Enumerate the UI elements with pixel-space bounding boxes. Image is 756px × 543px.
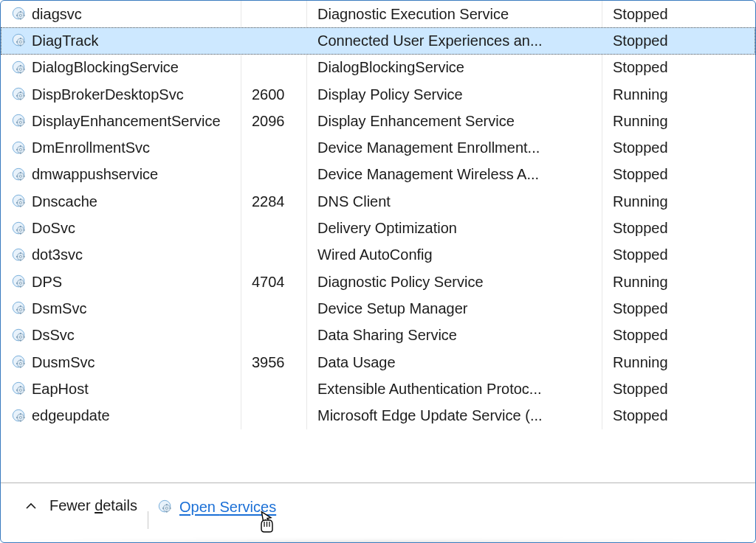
service-status: Running	[613, 113, 668, 130]
service-status: Stopped	[613, 381, 668, 398]
svg-rect-88	[16, 336, 18, 338]
service-status: Stopped	[613, 32, 668, 49]
svg-rect-107	[20, 413, 21, 415]
service-gear-icon	[10, 246, 29, 265]
svg-rect-61	[24, 229, 25, 231]
service-row[interactable]: Dnscache2284DNS ClientRunning	[1, 188, 755, 215]
open-services-link[interactable]: Open Services	[156, 497, 276, 516]
svg-rect-26	[24, 95, 25, 97]
service-name: DsSvc	[32, 327, 75, 344]
service-row[interactable]: DialogBlockingServiceDialogBlockingServi…	[1, 55, 755, 81]
service-pid: 3956	[252, 354, 285, 371]
service-row[interactable]: DusmSvc3956Data UsageRunning	[1, 349, 755, 376]
service-row[interactable]: DisplayEnhancementService2096Display Enh…	[1, 108, 755, 134]
service-description: Display Policy Service	[317, 86, 463, 103]
svg-point-90	[19, 336, 21, 338]
service-row[interactable]: DPS4704Diagnostic Policy ServiceRunning	[1, 269, 755, 295]
svg-rect-31	[20, 125, 21, 127]
service-row[interactable]: DsSvcData Sharing ServiceStopped	[1, 322, 755, 349]
svg-rect-109	[16, 417, 18, 418]
service-gear-icon	[10, 139, 29, 158]
service-name: dmwappushservice	[32, 166, 158, 183]
service-row[interactable]: dot3svcWired AutoConfigStopped	[1, 242, 755, 269]
svg-rect-65	[20, 252, 21, 254]
service-status: Running	[613, 274, 668, 291]
svg-rect-72	[20, 279, 21, 280]
service-status: Stopped	[613, 300, 668, 317]
svg-rect-93	[20, 359, 21, 361]
svg-rect-81	[16, 309, 18, 311]
service-row[interactable]: DiagTrackConnected User Experiences an..…	[1, 27, 755, 54]
svg-rect-114	[166, 504, 168, 505]
service-name: DPS	[32, 274, 62, 291]
service-name: DoSvc	[32, 220, 75, 237]
svg-rect-10	[20, 45, 21, 46]
svg-point-83	[19, 309, 21, 311]
service-description: Device Setup Manager	[317, 300, 467, 317]
svg-rect-32	[16, 122, 18, 123]
svg-rect-5	[24, 15, 25, 16]
service-status: Stopped	[613, 6, 668, 23]
service-row[interactable]: EapHostExtensible Authentication Protoc.…	[1, 376, 755, 402]
services-list[interactable]: diagsvcDiagnostic Execution ServiceStopp…	[1, 1, 755, 483]
service-status: Stopped	[613, 166, 668, 183]
svg-rect-2	[20, 11, 21, 13]
svg-rect-80	[20, 313, 21, 314]
svg-rect-87	[20, 339, 21, 341]
service-gear-icon	[10, 31, 29, 50]
svg-rect-59	[20, 232, 21, 234]
svg-rect-24	[20, 99, 21, 100]
svg-rect-23	[20, 91, 21, 93]
service-gear-icon	[10, 326, 29, 345]
svg-rect-51	[20, 198, 21, 200]
svg-rect-108	[20, 420, 21, 421]
service-name: dot3svc	[32, 246, 83, 263]
service-status: Stopped	[613, 407, 668, 424]
service-row[interactable]: DmEnrollmentSvcDevice Management Enrollm…	[1, 134, 755, 161]
svg-point-55	[19, 202, 21, 204]
service-status: Running	[613, 193, 668, 210]
svg-rect-19	[24, 69, 25, 70]
fewer-details-button[interactable]: Fewer details	[23, 497, 137, 514]
service-gear-icon	[10, 272, 29, 291]
service-description: Microsoft Edge Update Service (...	[317, 407, 543, 424]
footer-bar: Fewer details Open Services	[1, 483, 755, 542]
svg-rect-117	[170, 508, 171, 509]
service-gear-icon	[10, 85, 29, 104]
service-gear-icon	[156, 497, 175, 516]
svg-rect-4	[16, 15, 18, 16]
service-name: Dnscache	[32, 193, 97, 210]
service-row[interactable]: diagsvcDiagnostic Execution ServiceStopp…	[1, 1, 755, 27]
svg-rect-39	[16, 149, 18, 151]
svg-rect-38	[20, 152, 21, 153]
service-row[interactable]: DispBrokerDesktopSvc2600Display Policy S…	[1, 81, 755, 108]
svg-rect-16	[20, 65, 21, 66]
service-gear-icon	[10, 219, 29, 238]
service-name: DsmSvc	[32, 300, 86, 317]
task-manager-services-window: diagsvcDiagnostic Execution ServiceStopp…	[1, 1, 755, 542]
svg-rect-40	[24, 149, 25, 151]
svg-rect-66	[20, 259, 21, 260]
open-services-label: Open Services	[179, 499, 276, 516]
service-name: DisplayEnhancementService	[32, 113, 221, 130]
svg-point-97	[19, 362, 21, 364]
service-description: Extensible Authentication Protoc...	[317, 381, 542, 398]
service-pid: 2096	[252, 113, 285, 130]
fewer-details-label: Fewer details	[49, 497, 137, 514]
svg-point-6	[19, 15, 21, 17]
svg-rect-52	[20, 206, 21, 207]
service-status: Stopped	[613, 220, 668, 237]
svg-rect-25	[16, 95, 18, 97]
service-row[interactable]: DsmSvcDevice Setup ManagerStopped	[1, 295, 755, 322]
service-row[interactable]: edgeupdateMicrosoft Edge Update Service …	[1, 402, 755, 429]
svg-rect-94	[20, 367, 21, 368]
service-row[interactable]: dmwappushserviceDevice Management Wirele…	[1, 162, 755, 188]
svg-rect-96	[24, 363, 25, 364]
svg-rect-53	[16, 202, 18, 204]
svg-rect-79	[20, 305, 21, 307]
svg-point-111	[19, 416, 21, 418]
svg-rect-47	[24, 176, 25, 177]
footer-separator	[148, 511, 148, 529]
svg-rect-75	[24, 283, 25, 284]
service-row[interactable]: DoSvcDelivery OptimizationStopped	[1, 215, 755, 241]
